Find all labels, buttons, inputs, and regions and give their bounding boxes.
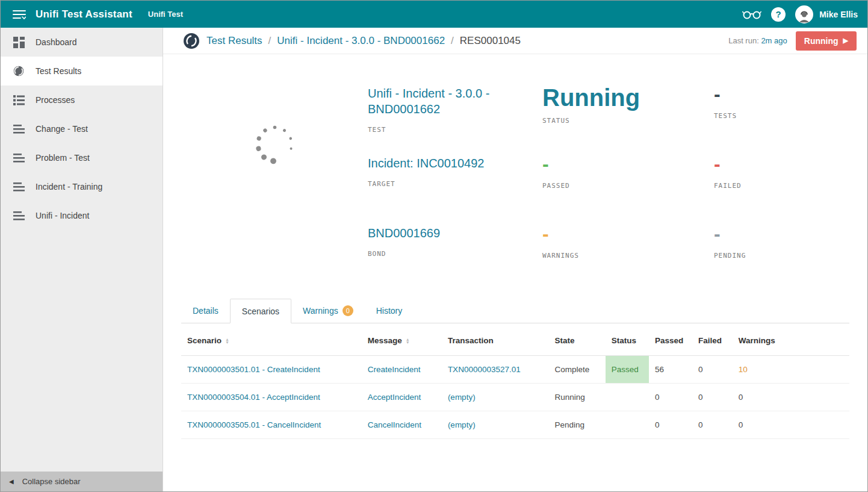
running-button[interactable]: Running ▶ [796,31,857,51]
failed-value: - [714,155,831,173]
sidebar-item-dashboard[interactable]: Dashboard [1,28,163,57]
table-row: TXN0000003501.01 - CreateIncident Create… [181,356,849,384]
cell-status [606,384,649,411]
sidebar-item-problem-test[interactable]: Problem - Test [1,143,163,172]
cell-passed: 0 [649,384,692,411]
avatar[interactable] [795,5,813,23]
scenario-link[interactable]: TXN0000003504.01 - AcceptIncident [187,393,320,402]
sort-icon[interactable]: ▲▼ [406,338,410,344]
tab-history[interactable]: History [365,299,414,323]
breadcrumb-link-test-results[interactable]: Test Results [206,35,262,47]
user-name[interactable]: Mike Ellis [819,10,858,19]
lines-icon [11,179,26,194]
breadcrumb-current: RES0001045 [460,35,521,47]
scenario-link[interactable]: TXN0000003501.01 - CreateIncident [187,365,320,374]
tab-warnings[interactable]: Warnings 0 [291,299,365,323]
scenarios-table: Scenario▲▼ Message▲▼ Transaction State S… [181,326,849,439]
cell-message: CreateIncident [362,356,442,384]
sidebar-item-change-test[interactable]: Change - Test [1,114,163,143]
metric-status-label: STATUS [542,117,696,125]
tests-value: - [714,86,831,103]
message-link[interactable]: CancelIncident [368,420,421,429]
cell-scenario: TXN0000003504.01 - AcceptIncident [181,384,362,411]
breadcrumb-bar: Test Results / Unifi - Incident - 3.0.0 … [163,28,867,54]
dashboard-icon [11,35,26,49]
collapse-arrow-icon: ◀ [9,478,14,485]
result-summary: Unifi - Incident - 3.0.0 - BND0001662 TE… [181,86,849,295]
sidebar-nav: Dashboard Test Results [1,28,163,230]
cell-warnings: 10 [733,356,849,384]
transaction-link[interactable]: (empty) [448,393,476,402]
help-icon[interactable]: ? [771,7,786,22]
app-subtitle: Unifi Test [148,10,183,19]
app-window: Unifi Test Assistant Unifi Test ? [0,0,868,492]
transaction-link[interactable]: TXN0000003527.01 [448,365,521,374]
column-header-warnings[interactable]: Warnings [733,326,849,356]
breadcrumb-link-test[interactable]: Unifi - Incident - 3.0.0 - BND0001662 [277,35,445,47]
metric-warnings-label: WARNINGS [542,252,696,260]
metric-pending: - PENDING [714,225,849,295]
metric-target: Incident: INC0010492 TARGET [368,155,542,225]
transaction-link[interactable]: (empty) [448,420,476,429]
test-link[interactable]: Unifi - Incident - 3.0.0 - BND0001662 [368,87,489,116]
sort-icon[interactable]: ▲▼ [225,338,229,344]
metric-bond: BND0001669 BOND [368,225,542,295]
top-bar: Unifi Test Assistant Unifi Test ? [1,1,867,28]
column-header-state[interactable]: State [548,326,605,356]
column-header-status[interactable]: Status [606,326,649,356]
cell-transaction: (empty) [442,384,549,411]
breadcrumb-separator: / [451,35,454,47]
cell-state: Pending [548,411,605,439]
last-run: Last run: 2m ago [728,36,787,45]
message-link[interactable]: CreateIncident [368,365,421,374]
column-header-message[interactable]: Message▲▼ [362,326,442,356]
sidebar-item-processes[interactable]: Processes [1,86,163,114]
sidebar: Dashboard Test Results [1,28,163,491]
sidebar-item-test-results[interactable]: Test Results [1,57,163,86]
last-run-value[interactable]: 2m ago [761,36,787,45]
tab-details[interactable]: Details [181,299,230,323]
metric-passed-label: PASSED [542,182,696,190]
metric-pending-label: PENDING [714,252,831,260]
play-icon: ▶ [843,37,848,45]
pie-chart-icon [11,64,26,78]
content-area: Unifi - Incident - 3.0.0 - BND0001662 TE… [163,54,867,491]
cell-status: Passed [606,356,649,384]
sidebar-item-label: Problem - Test [36,153,90,163]
tab-bar: Details Scenarios Warnings 0 History [181,299,849,323]
sidebar-item-unifi-incident[interactable]: Unifi - Incident [1,201,163,230]
column-header-failed[interactable]: Failed [692,326,733,356]
cell-warnings: 0 [733,411,849,439]
target-link[interactable]: Incident: INC0010492 [368,157,484,170]
metric-status: Running STATUS [542,86,714,155]
cell-transaction: (empty) [442,411,549,439]
metric-target-label: TARGET [368,180,524,188]
warnings-count-badge: 0 [343,305,353,316]
collapse-sidebar-label: Collapse sidebar [22,477,81,486]
sidebar-item-label: Change - Test [36,124,88,134]
main-area: Test Results / Unifi - Incident - 3.0.0 … [163,28,867,491]
column-header-transaction[interactable]: Transaction [442,326,549,356]
warnings-value: - [542,225,696,243]
breadcrumb-separator: / [268,35,271,47]
column-header-passed[interactable]: Passed [649,326,692,356]
bond-link[interactable]: BND0001669 [368,226,440,240]
cell-status [606,411,649,439]
list-icon [11,93,26,107]
tab-scenarios[interactable]: Scenarios [230,299,291,323]
sidebar-item-label: Unifi - Incident [36,211,89,220]
sidebar-item-label: Dashboard [36,37,77,47]
metric-failed-label: FAILED [714,182,831,190]
message-link[interactable]: AcceptIncident [368,393,421,402]
tab-warnings-label: Warnings [303,306,338,316]
cell-passed: 0 [649,411,692,439]
collapse-sidebar-button[interactable]: ◀ Collapse sidebar [1,472,163,491]
pending-value: - [714,225,831,243]
cell-failed: 0 [692,384,733,411]
column-header-scenario[interactable]: Scenario▲▼ [181,326,362,356]
menu-toggle-icon[interactable] [10,5,28,23]
glasses-icon[interactable] [742,8,761,20]
metric-test: Unifi - Incident - 3.0.0 - BND0001662 TE… [368,86,542,155]
sidebar-item-incident-training[interactable]: Incident - Training [1,172,163,201]
scenario-link[interactable]: TXN0000003505.01 - CancelIncident [187,420,321,429]
